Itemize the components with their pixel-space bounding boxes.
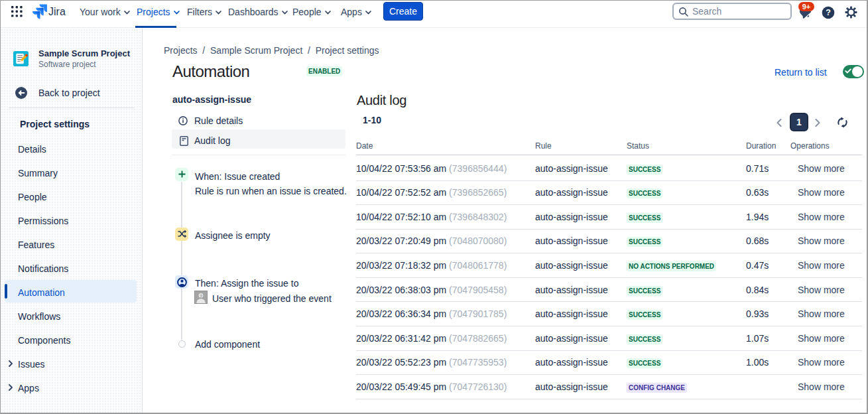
- svg-text:?: ?: [200, 293, 203, 299]
- svg-text:?: ?: [826, 8, 831, 17]
